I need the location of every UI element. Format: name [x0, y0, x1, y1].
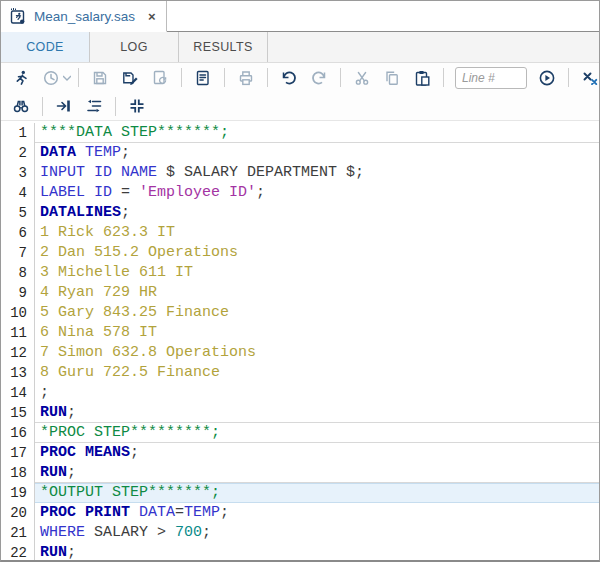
line-number: 9	[1, 283, 35, 303]
code-line[interactable]: 4LABEL ID = 'Employee ID';	[1, 183, 599, 203]
code-text: 7 Simon 632.8 Operations	[35, 343, 599, 363]
sas-program-icon	[9, 7, 27, 25]
code-line[interactable]: 17PROC MEANS;	[1, 443, 599, 463]
code-text: PROC PRINT DATA=TEMP;	[35, 503, 599, 523]
code-text: DATA TEMP;	[35, 143, 599, 163]
code-line[interactable]: 21WHERE SALARY > 700;	[1, 523, 599, 543]
code-editor-lines: 1****DATA STEP*******;2DATA TEMP;3INPUT …	[1, 123, 599, 560]
line-number: 20	[1, 503, 35, 523]
code-text: INPUT ID NAME $ SALARY DEPARTMENT $;	[35, 163, 599, 183]
paste-button[interactable]	[408, 66, 436, 90]
code-line[interactable]: 83 Michelle 611 IT	[1, 263, 599, 283]
code-line[interactable]: 2DATA TEMP;	[1, 143, 599, 163]
tab-code[interactable]: CODE	[1, 32, 90, 62]
document-title: Mean_salary.sas	[34, 9, 135, 24]
code-line[interactable]: 116 Nina 578 IT	[1, 323, 599, 343]
line-number: 15	[1, 403, 35, 423]
run-button[interactable]	[7, 66, 35, 90]
clear-code-button[interactable]	[576, 66, 600, 90]
code-text: RUN;	[35, 543, 599, 560]
line-number: 16	[1, 423, 35, 443]
arrow-into-box-button[interactable]	[50, 94, 78, 118]
code-text: 2 Dan 515.2 Operations	[35, 243, 599, 263]
code-line[interactable]: 5DATALINES;	[1, 203, 599, 223]
code-text: ;	[35, 383, 599, 403]
line-number: 14	[1, 383, 35, 403]
line-number: 13	[1, 363, 35, 383]
code-line[interactable]: 22RUN;	[1, 543, 599, 560]
tab-bar-spacer	[167, 1, 599, 31]
code-text: 4 Ryan 729 HR	[35, 283, 599, 303]
code-text: *OUTPUT STEP*******;	[35, 483, 599, 503]
tab-log[interactable]: LOG	[90, 32, 179, 62]
code-line[interactable]: 105 Gary 843.25 Finance	[1, 303, 599, 323]
toolbar-divider	[267, 68, 268, 87]
code-text: 3 Michelle 611 IT	[35, 263, 599, 283]
toolbar-divider	[224, 68, 225, 87]
code-line[interactable]: 3INPUT ID NAME $ SALARY DEPARTMENT $;	[1, 163, 599, 183]
toolbar-divider	[181, 68, 182, 87]
line-number: 3	[1, 163, 35, 183]
code-text: RUN;	[35, 403, 599, 423]
code-line[interactable]: 127 Simon 632.8 Operations	[1, 343, 599, 363]
line-number: 8	[1, 263, 35, 283]
document-tab[interactable]: Mean_salary.sas ×	[1, 1, 167, 32]
save-as-button[interactable]	[116, 66, 144, 90]
toolbar-divider	[115, 97, 116, 116]
line-number: 5	[1, 203, 35, 223]
redo-button[interactable]	[305, 66, 333, 90]
line-number: 7	[1, 243, 35, 263]
line-number: 18	[1, 463, 35, 483]
editor-toolbar-main	[1, 63, 599, 92]
submission-history-button[interactable]	[37, 66, 65, 90]
find-replace-button[interactable]	[7, 94, 35, 118]
code-line[interactable]: 72 Dan 515.2 Operations	[1, 243, 599, 263]
collapse-view-button[interactable]	[123, 94, 151, 118]
program-summary-button[interactable]	[189, 66, 217, 90]
code-text: PROC MEANS;	[35, 443, 599, 463]
copy-button[interactable]	[378, 66, 406, 90]
refresh-file-button[interactable]	[146, 66, 174, 90]
save-button[interactable]	[86, 66, 114, 90]
print-button[interactable]	[232, 66, 260, 90]
undo-button[interactable]	[275, 66, 303, 90]
code-editor[interactable]: 1****DATA STEP*******;2DATA TEMP;3INPUT …	[1, 121, 599, 560]
goto-line-button[interactable]	[533, 66, 561, 90]
line-number: 1	[1, 123, 35, 143]
editor-toolbar-secondary	[1, 92, 599, 121]
line-number: 12	[1, 343, 35, 363]
tab-results[interactable]: RESULTS	[179, 32, 268, 62]
document-tab-bar: Mean_salary.sas ×	[1, 1, 599, 32]
line-number-input[interactable]	[455, 67, 527, 89]
view-tabs: CODELOGRESULTS	[1, 32, 599, 63]
toolbar-divider	[568, 68, 569, 87]
code-line[interactable]: 1****DATA STEP*******;	[1, 123, 599, 143]
code-line[interactable]: 61 Rick 623.3 IT	[1, 223, 599, 243]
code-text: LABEL ID = 'Employee ID';	[35, 183, 599, 203]
line-number: 6	[1, 223, 35, 243]
cut-button[interactable]	[348, 66, 376, 90]
sas-studio-window: Mean_salary.sas × CODELOGRESULTS	[0, 0, 600, 562]
history-dropdown-caret-icon[interactable]	[63, 66, 71, 90]
toolbar-divider	[42, 97, 43, 116]
format-code-button[interactable]	[80, 94, 108, 118]
close-tab-icon[interactable]: ×	[148, 9, 156, 24]
line-number: 10	[1, 303, 35, 323]
toolbar-divider	[340, 68, 341, 87]
code-line[interactable]: 19*OUTPUT STEP*******;	[1, 483, 599, 503]
code-text: WHERE SALARY > 700;	[35, 523, 599, 543]
line-number: 11	[1, 323, 35, 343]
code-text: DATALINES;	[35, 203, 599, 223]
line-number: 4	[1, 183, 35, 203]
code-line[interactable]: 18RUN;	[1, 463, 599, 483]
code-text: RUN;	[35, 463, 599, 483]
code-line[interactable]: 16*PROC STEP*********;	[1, 423, 599, 443]
code-line[interactable]: 138 Guru 722.5 Finance	[1, 363, 599, 383]
code-text: 6 Nina 578 IT	[35, 323, 599, 343]
line-number: 17	[1, 443, 35, 463]
code-line[interactable]: 94 Ryan 729 HR	[1, 283, 599, 303]
code-line[interactable]: 15RUN;	[1, 403, 599, 423]
toolbar-divider	[443, 68, 444, 87]
code-line[interactable]: 14;	[1, 383, 599, 403]
code-line[interactable]: 20PROC PRINT DATA=TEMP;	[1, 503, 599, 523]
